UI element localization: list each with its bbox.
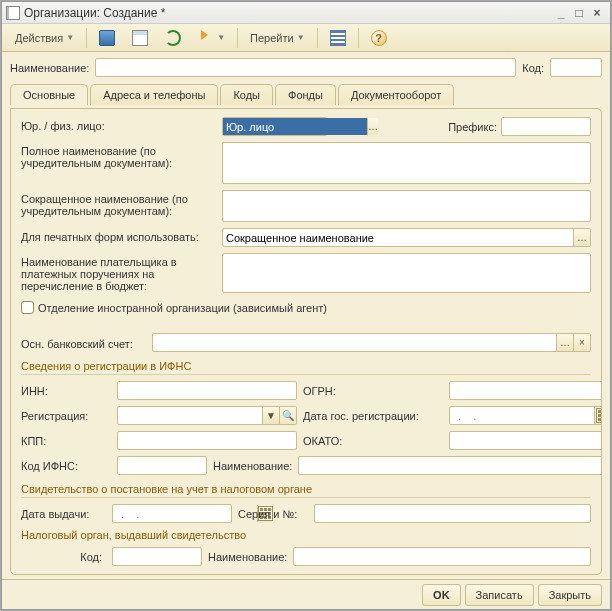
cert-issuing-body-label: Налоговый орган, выдавший свидетельство (21, 529, 591, 541)
cert-issue-date-input[interactable] (112, 504, 232, 523)
actions-menu[interactable]: Действия ▼ (8, 27, 81, 49)
ifns-code-label: Код ИФНС: (21, 460, 111, 472)
payer-name-input[interactable] (222, 253, 591, 293)
search-button[interactable]: 🔍 (279, 407, 296, 424)
toolbar-separator (86, 28, 87, 48)
print-forms-select[interactable]: … (222, 228, 591, 247)
toolbar-separator (317, 28, 318, 48)
window-title: Организации: Создание * (24, 6, 552, 20)
chevron-down-icon: ▼ (297, 33, 305, 42)
toolbar: Действия ▼ ▼ Перейти ▼ ? (2, 24, 610, 52)
tab-funds[interactable]: Фонды (275, 84, 336, 105)
document-icon (6, 6, 20, 20)
goto-label: Перейти (250, 32, 294, 44)
refresh-button[interactable] (158, 27, 188, 49)
save-button[interactable] (92, 27, 122, 49)
ellipsis-button[interactable]: … (556, 334, 573, 351)
tabs: Основные Адреса и телефоны Коды Фонды До… (10, 83, 602, 104)
clear-button[interactable]: × (573, 334, 590, 351)
form-body: Наименование: Код: Основные Адреса и тел… (2, 52, 610, 579)
name-input[interactable] (95, 58, 516, 77)
full-name-label: Полное наименование (по учредительным до… (21, 145, 172, 169)
short-name-input[interactable] (222, 190, 591, 222)
reg-date-label: Дата гос. регистрации: (303, 410, 443, 422)
cert-series-input[interactable] (314, 504, 591, 523)
ogrn-label: ОГРН: (303, 385, 443, 397)
tab-panel-main: Юр. / физ. лицо: … Префикс: Полное наиме… (10, 108, 602, 575)
footer: OK Записать Закрыть (2, 579, 610, 609)
entity-type-value (223, 118, 367, 135)
play-icon (198, 30, 214, 46)
short-name-label: Сокращенное наименование (по учредительн… (21, 193, 188, 217)
ogrn-input[interactable] (449, 381, 602, 400)
maximize-button[interactable]: □ (570, 6, 588, 20)
prefix-label: Префикс: (448, 121, 497, 133)
full-name-input[interactable] (222, 142, 591, 184)
name-label: Наименование: (10, 62, 89, 74)
close-button[interactable]: Закрыть (538, 584, 602, 606)
ifns-section-title: Сведения о регистрации в ИФНС (21, 360, 591, 375)
help-button[interactable]: ? (364, 27, 394, 49)
dropdown-button[interactable]: ▼ (262, 407, 279, 424)
reg-date-value (450, 407, 594, 424)
toolbar-separator (358, 28, 359, 48)
calendar-icon (596, 408, 603, 423)
save-icon (99, 30, 115, 46)
bank-account-select[interactable]: … × (152, 333, 591, 352)
cert-grid: Дата выдачи: Серия и №: Налоговый орган,… (21, 504, 591, 566)
help-icon: ? (371, 30, 387, 46)
toolbar-separator (237, 28, 238, 48)
window: Организации: Создание * _ □ × Действия ▼… (1, 1, 611, 610)
close-window-button[interactable]: × (588, 6, 606, 20)
tab-docflow[interactable]: Документооборот (338, 84, 454, 105)
entity-type-select[interactable]: … (222, 117, 327, 136)
list-icon (330, 30, 346, 46)
refresh-icon (165, 30, 181, 46)
save-button[interactable]: Записать (465, 584, 534, 606)
cert-name-input[interactable] (293, 547, 591, 566)
kpp-input[interactable] (117, 431, 297, 450)
header-row: Наименование: Код: (10, 58, 602, 77)
calendar-button[interactable] (594, 407, 602, 424)
chevron-down-icon: ▼ (66, 33, 74, 42)
run-button[interactable]: ▼ (191, 27, 232, 49)
foreign-branch-checkbox[interactable] (21, 301, 34, 314)
cert-code-label: Код: (21, 551, 106, 563)
cert-name-label: Наименование: (208, 551, 287, 563)
prefix-input[interactable] (501, 117, 591, 136)
doc-button[interactable] (125, 27, 155, 49)
kpp-label: КПП: (21, 435, 111, 447)
registration-select[interactable]: ▼ 🔍 (117, 406, 297, 425)
minimize-button[interactable]: _ (552, 6, 570, 20)
ok-button[interactable]: OK (422, 584, 461, 606)
okato-input[interactable] (449, 431, 602, 450)
tab-main[interactable]: Основные (10, 84, 88, 105)
inn-input[interactable] (117, 381, 297, 400)
tab-addresses[interactable]: Адреса и телефоны (90, 84, 218, 105)
code-input[interactable] (550, 58, 602, 77)
actions-label: Действия (15, 32, 63, 44)
payer-name-label: Наименование плательщика в платежных пор… (21, 256, 177, 292)
registration-label: Регистрация: (21, 410, 111, 422)
cert-section-title: Свидетельство о постановке на учет в нал… (21, 483, 591, 498)
registration-value (118, 407, 262, 424)
foreign-branch-label: Отделение иностранной организации (завис… (38, 302, 327, 314)
cert-code-input[interactable] (112, 547, 202, 566)
reg-date-input[interactable] (449, 406, 602, 425)
doc-icon (132, 30, 148, 46)
ifns-name-label: Наименование: (213, 460, 292, 472)
foreign-branch-checkbox-row: Отделение иностранной организации (завис… (21, 301, 591, 314)
code-label: Код: (522, 62, 544, 74)
inn-label: ИНН: (21, 385, 111, 397)
ellipsis-button[interactable]: … (573, 229, 590, 246)
okato-label: ОКАТО: (303, 435, 443, 447)
entity-type-label: Юр. / физ. лицо: (21, 120, 105, 132)
goto-menu[interactable]: Перейти ▼ (243, 27, 312, 49)
ifns-code-input[interactable] (117, 456, 207, 475)
list-button[interactable] (323, 27, 353, 49)
tab-codes[interactable]: Коды (220, 84, 273, 105)
ellipsis-button[interactable]: … (367, 118, 378, 135)
ifns-name-input[interactable] (298, 456, 602, 475)
ifns-grid: ИНН: ОГРН: Регистрация: ▼ 🔍 Дата гос. ре… (21, 381, 591, 475)
print-forms-value (223, 229, 573, 246)
